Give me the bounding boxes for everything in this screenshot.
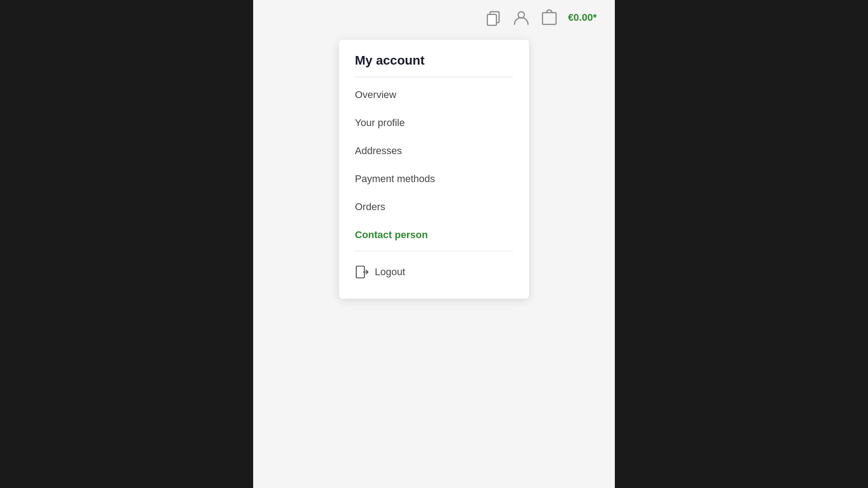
user-icon-button[interactable] xyxy=(512,8,531,27)
menu-item-addresses[interactable]: Addresses xyxy=(355,137,513,165)
account-dropdown-panel: My account Overview Your profile Address… xyxy=(339,40,529,299)
top-divider xyxy=(355,77,513,77)
logout-button[interactable]: Logout xyxy=(355,255,513,283)
bottom-divider xyxy=(355,251,513,251)
menu-item-contact-person[interactable]: Contact person xyxy=(355,221,513,249)
header: €0.00* xyxy=(253,0,615,35)
panel-title: My account xyxy=(355,53,513,68)
copy-icon-button[interactable] xyxy=(484,8,503,27)
menu-item-payment-methods[interactable]: Payment methods xyxy=(355,165,513,193)
menu-item-overview[interactable]: Overview xyxy=(355,81,513,109)
menu-item-orders[interactable]: Orders xyxy=(355,193,513,221)
logout-icon xyxy=(355,265,369,279)
cart-icon-button[interactable] xyxy=(540,8,559,27)
svg-rect-1 xyxy=(487,14,496,25)
page-wrapper: €0.00* My account Overview Your profile … xyxy=(253,0,615,488)
menu-item-your-profile[interactable]: Your profile xyxy=(355,109,513,137)
cart-price[interactable]: €0.00* xyxy=(568,12,597,23)
svg-rect-3 xyxy=(542,13,556,24)
menu-list: Overview Your profile Addresses Payment … xyxy=(355,81,513,249)
